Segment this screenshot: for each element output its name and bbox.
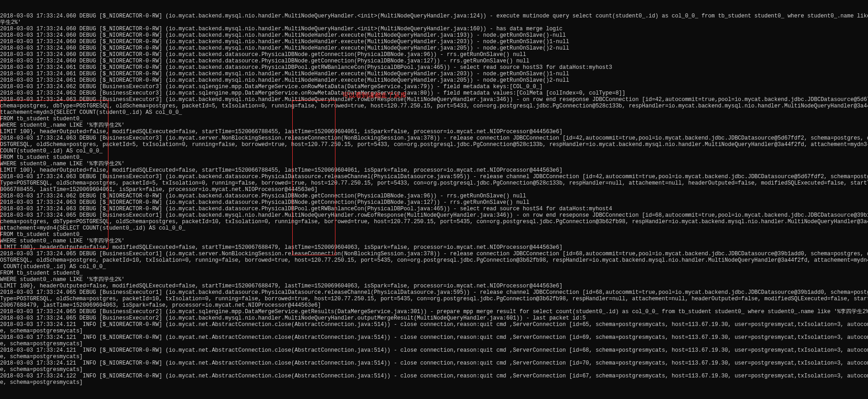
log-line: Type=POSTGRESQL, oldSchema=postgres, pac… bbox=[0, 296, 868, 302]
log-line: FROM tb_student student0_ bbox=[0, 231, 868, 238]
log-line: 2018-03-03 17:33:24.061 DEBUG [$_NIOREAC… bbox=[0, 71, 868, 77]
log-line: e, schema=postgresmycats] bbox=[0, 366, 868, 373]
log-line: 2018-03-03 17:33:24.063 DEBUG [$_NIOREAC… bbox=[0, 206, 868, 212]
log-line: attachement=mydn4{SELECT COUNT(student0_… bbox=[0, 225, 868, 231]
log-line: 2018-03-03 17:33:24.065 DEBUG [BusinessE… bbox=[0, 251, 868, 257]
log-line: 2018-03-03 17:33:24.062 DEBUG [BusinessE… bbox=[0, 90, 868, 96]
log-line: 2018-03-03 17:33:24.060 DEBUG [$_NIOREAC… bbox=[0, 45, 868, 51]
log-line: 2018-03-03 17:33:24.121 INFO [$_NIOREACT… bbox=[0, 321, 868, 328]
log-line: 2018-03-03 17:33:24.121 INFO [$_NIOREACT… bbox=[0, 360, 868, 366]
log-line: 2018-03-03 17:33:24.060 DEBUG [$_NIOREAC… bbox=[0, 51, 868, 58]
log-line: OSTGRESQL, oldSchema=postgres, packetId=… bbox=[0, 141, 868, 148]
log-line: 学生2%' bbox=[0, 19, 868, 26]
log-body: 2018-03-03 17:33:24.060 DEBUG [$_NIOREAC… bbox=[0, 13, 868, 386]
log-line: 2018-03-03 17:33:24.060 DEBUG [$_NIOREAC… bbox=[0, 58, 868, 64]
log-line: e, schema=postgresmycats] bbox=[0, 341, 868, 347]
log-line: WHERE student0_.name LIKE '%李四学生2%' bbox=[0, 122, 868, 129]
log-line: 2018-03-03 17:33:24.060 DEBUG [$_NIOREAC… bbox=[0, 39, 868, 45]
log-line: 20067688479, lastTime=1520069604063, isS… bbox=[0, 302, 868, 309]
log-line: WHERE student0_.name LIKE '%李四学生2%' bbox=[0, 161, 868, 167]
log-line: e, schema=postgresmycats] bbox=[0, 354, 868, 360]
log-line: 2018-03-03 17:33:24.063 DEBUG [BusinessE… bbox=[0, 135, 868, 141]
log-line: WHERE student0_.name LIKE '%李四学生2%' bbox=[0, 276, 868, 283]
log-line: OSTGRESQL, oldSchema=postgres, packetId=… bbox=[0, 257, 868, 264]
log-line: 2018-03-03 17:33:24.122 INFO [$_NIOREACT… bbox=[0, 373, 868, 379]
log-line: 2018-03-03 17:33:24.062 DEBUG [BusinessE… bbox=[0, 84, 868, 90]
log-line: LIMIT 100}, headerOutputed=false, modifi… bbox=[0, 244, 868, 251]
log-line: 2018-03-03 17:33:24.061 DEBUG [$_NIOREAC… bbox=[0, 64, 868, 71]
log-line: e, schema=postgresmycats] bbox=[0, 328, 868, 334]
log-line: 2018-03-03 17:33:24.063 DEBUG [$_NIOREAC… bbox=[0, 199, 868, 206]
log-line: LIMIT 100}, headerOutputed=false, modifi… bbox=[0, 129, 868, 135]
log-line: COUNT(student0_.id) AS col_0_0_ bbox=[0, 264, 868, 270]
log-line: 2018-03-03 17:33:24.065 DEBUG [BusinessE… bbox=[0, 315, 868, 321]
log-line: 2018-03-03 17:33:24.063 DEBUG [BusinessE… bbox=[0, 174, 868, 180]
log-line: chema=postgres, dbType=POSTGRESQL, oldSc… bbox=[0, 103, 868, 109]
log-line: 2018-03-03 17:33:24.065 DEBUG [BusinessE… bbox=[0, 289, 868, 296]
log-line: Type=POSTGRESQL, oldSchema=postgres, pac… bbox=[0, 180, 868, 186]
log-line: 2018-03-03 17:33:24.061 DEBUG [$_NIOREAC… bbox=[0, 77, 868, 84]
log-line: 2018-03-03 17:33:24.121 INFO [$_NIOREACT… bbox=[0, 347, 868, 354]
log-line: 2018-03-03 17:33:24.063 DEBUG [BusinessE… bbox=[0, 96, 868, 103]
log-line: 2018-03-03 17:33:24.065 DEBUG [BusinessE… bbox=[0, 309, 868, 315]
log-line: 2018-03-03 17:33:24.062 DEBUG [$_NIOREAC… bbox=[0, 193, 868, 199]
log-line: 2018-03-03 17:33:24.065 DEBUG [BusinessE… bbox=[0, 212, 868, 219]
log-line: COUNT(student0_.id) AS col_0_0_ bbox=[0, 148, 868, 154]
log-viewport: 2018-03-03 17:33:24.060 DEBUG [$_NIOREAC… bbox=[0, 0, 868, 399]
log-line: FROM tb_student student0_ bbox=[0, 116, 868, 122]
log-line: chema=postgres, dbType=POSTGRESQL, oldSc… bbox=[0, 219, 868, 225]
log-line: e, schema=postgresmycats] bbox=[0, 379, 868, 386]
log-line: 2018-03-03 17:33:24.060 DEBUG [$_NIOREAC… bbox=[0, 32, 868, 39]
log-line: 0066788455, lastTime=1520069604061, isSp… bbox=[0, 186, 868, 193]
log-line: WHERE student0_.name LIKE '%李四学生2%' bbox=[0, 238, 868, 244]
log-line: 2018-03-03 17:33:24.060 DEBUG [$_NIOREAC… bbox=[0, 13, 868, 19]
log-line: LIMIT 100}, headerOutputed=false, modifi… bbox=[0, 283, 868, 289]
log-line: FROM tb_student student0_ bbox=[0, 154, 868, 161]
log-line: 2018-03-03 17:33:24.121 INFO [$_NIOREACT… bbox=[0, 334, 868, 341]
log-line: LIMIT 100}, headerOutputed=false, modifi… bbox=[0, 167, 868, 174]
log-line: 2018-03-03 17:33:24.060 DEBUG [$_NIOREAC… bbox=[0, 26, 868, 32]
log-line: ttachement=mydn3{SELECT COUNT(student0_.… bbox=[0, 109, 868, 116]
log-line: FROM tb_student student0_ bbox=[0, 270, 868, 276]
